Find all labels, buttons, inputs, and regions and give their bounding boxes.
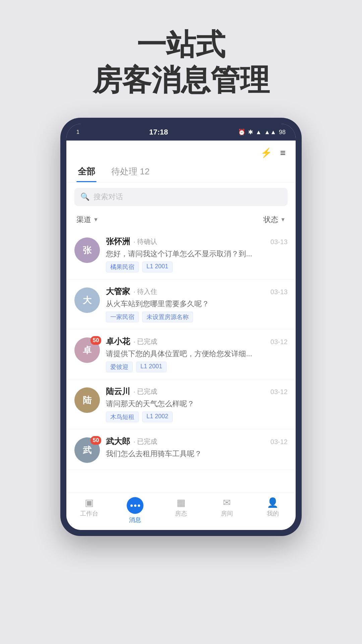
conv-tag: L1 2002: [142, 412, 173, 422]
battery-icon: 98: [279, 129, 286, 136]
channel-filter[interactable]: 渠道 ▼: [76, 215, 99, 225]
bottom-nav: ▣工作台消息▦房态✉房间👤我的: [66, 493, 296, 530]
conv-tag: 橘果民宿: [106, 262, 139, 272]
status-bar: 1 17:18 ⏰ ✱ ▲ ▲▲ 98: [66, 124, 296, 141]
conversation-list: 张张怀洲· 待确认03-13您好，请问我这个订单怎么不显示取消？到...橘果民宿…: [66, 229, 296, 470]
menu-icon[interactable]: ≡: [280, 148, 286, 158]
signal-icon: ▲▲: [264, 129, 276, 136]
messages-bubble-icon: [127, 497, 143, 514]
conv-status: · 已完成: [133, 437, 157, 446]
nav-label: 工作台: [80, 509, 98, 518]
conv-name: 张怀洲: [106, 236, 130, 247]
conv-tag: 一家民宿: [106, 312, 139, 322]
conv-time: 03-13: [270, 238, 288, 246]
nav-item-房态[interactable]: ▦房态: [168, 497, 194, 524]
conv-name: 陆云川: [106, 386, 130, 397]
conv-message: 请问那天的天气怎么样呢？: [106, 399, 288, 409]
nav-icon-房态: ▦: [177, 497, 185, 508]
nav-icon-我的: 👤: [267, 497, 279, 508]
header-line1: 一站式 房客消息管理: [93, 27, 269, 98]
conv-time: 03-12: [270, 338, 288, 346]
conv-tag: L1 2001: [142, 262, 173, 272]
conv-message: 从火车站到您哪里需要多久呢？: [106, 299, 288, 309]
conv-message: 我们怎么去租用骑车工具呢？: [106, 449, 288, 459]
conv-status: · 待确认: [133, 237, 157, 246]
avatar: 卓50: [74, 337, 100, 363]
conversation-item[interactable]: 武50武大郎· 已完成03-12我们怎么去租用骑车工具呢？: [66, 429, 296, 470]
conversation-item[interactable]: 卓50卓小花· 已完成03-12请提供下您的具体位置吧，方便给您发详细...爱彼…: [66, 329, 296, 379]
conv-message: 请提供下您的具体位置吧，方便给您发详细...: [106, 349, 288, 359]
nav-item-消息[interactable]: 消息: [122, 497, 148, 524]
header-section: 一站式 房客消息管理: [93, 27, 269, 98]
conv-message: 您好，请问我这个订单怎么不显示取消？到...: [106, 249, 288, 259]
conversation-item[interactable]: 大大管家· 待入住03-13从火车站到您哪里需要多久呢？一家民宿未设置房源名称: [66, 279, 296, 329]
alarm-icon: ⏰: [238, 128, 245, 136]
avatar: 张: [74, 237, 100, 263]
conv-tag: L1 2001: [136, 362, 167, 372]
conv-tag: 木鸟短租: [106, 412, 139, 422]
nav-item-我的[interactable]: 👤我的: [259, 497, 286, 524]
phone-mockup: 1 17:18 ⏰ ✱ ▲ ▲▲ 98 ⚡ ≡ 全部: [60, 118, 302, 536]
conv-name: 卓小花: [106, 336, 130, 347]
nav-label: 消息: [129, 516, 141, 524]
nav-label: 我的: [267, 509, 279, 518]
status-icons: ⏰ ✱ ▲ ▲▲ 98: [238, 128, 286, 136]
app-content: ⚡ ≡ 全部 待处理 12 🔍 搜索对话: [66, 141, 296, 493]
nav-icon-工作台: ▣: [85, 497, 94, 508]
status-arrow-icon: ▼: [280, 217, 286, 223]
search-placeholder: 搜索对话: [94, 192, 123, 202]
conv-tag: 未设置房源名称: [142, 312, 193, 322]
conv-name: 武大郎: [106, 436, 130, 447]
tab-bar: 全部 待处理 12: [66, 162, 296, 182]
tab-all[interactable]: 全部: [76, 162, 97, 182]
wifi-icon: ▲: [256, 129, 262, 136]
conv-time: 03-13: [270, 288, 288, 296]
phone-screen: 1 17:18 ⏰ ✱ ▲ ▲▲ 98 ⚡ ≡ 全部: [66, 124, 296, 530]
conversation-item[interactable]: 张张怀洲· 待确认03-13您好，请问我这个订单怎么不显示取消？到...橘果民宿…: [66, 229, 296, 279]
conv-time: 03-12: [270, 388, 288, 396]
tab-pending[interactable]: 待处理 12: [110, 162, 151, 182]
bluetooth-icon: ✱: [248, 128, 253, 136]
avatar: 大: [74, 287, 100, 313]
conv-status: · 已完成: [133, 387, 157, 396]
conv-name: 大管家: [106, 286, 130, 297]
nav-item-工作台[interactable]: ▣工作台: [76, 497, 103, 524]
status-filter[interactable]: 状态 ▼: [263, 215, 286, 225]
conv-tag: 爱彼迎: [106, 362, 133, 372]
nav-item-房间[interactable]: ✉房间: [214, 497, 240, 524]
conv-status: · 已完成: [133, 337, 157, 346]
top-bar: ⚡ ≡: [66, 141, 296, 162]
conversation-item[interactable]: 陆陆云川· 已完成03-12请问那天的天气怎么样呢？木鸟短租L1 2002: [66, 379, 296, 429]
search-input-wrap[interactable]: 🔍 搜索对话: [74, 188, 288, 206]
nav-label: 房间: [221, 509, 233, 518]
channel-arrow-icon: ▼: [93, 217, 99, 223]
nav-label: 房态: [175, 509, 187, 518]
status-time: 17:18: [149, 128, 168, 137]
search-icon: 🔍: [80, 193, 89, 201]
avatar: 陆: [74, 387, 100, 413]
conv-time: 03-12: [270, 438, 288, 446]
search-bar: 🔍 搜索对话: [66, 182, 296, 211]
filter-row: 渠道 ▼ 状态 ▼: [66, 211, 296, 229]
lightning-icon[interactable]: ⚡: [260, 147, 272, 158]
nav-icon-房间: ✉: [223, 497, 231, 508]
status-indicator: 1: [76, 129, 79, 135]
avatar: 武50: [74, 437, 100, 463]
conv-status: · 待入住: [133, 287, 157, 296]
